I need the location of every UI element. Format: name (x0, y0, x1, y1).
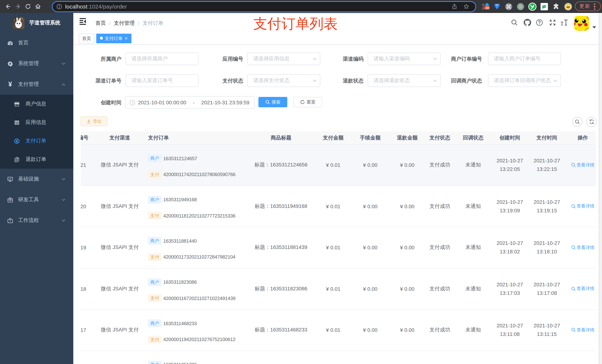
extension-devtools-icon[interactable]: 10 (481, 2, 489, 10)
briefcase-icon (7, 218, 13, 223)
sidebar-item-pay[interactable]: ¥ 支付管理 (0, 74, 73, 95)
filter-label: 渠道订单号 (73, 74, 121, 87)
font-size-icon[interactable] (560, 19, 568, 26)
view-detail-link[interactable]: 查看详情 (571, 327, 594, 333)
table-row[interactable]: 16 微信 JSAPI 支付 商户1635311251736 支付 查看详情 (81, 351, 596, 364)
browser-scrollbar-track[interactable] (599, 13, 602, 364)
browser-back-icon[interactable] (5, 3, 11, 10)
sidebar-item-app-info[interactable]: 应用信息 (0, 113, 73, 132)
merchant-tag: 商户 (148, 320, 161, 327)
search-icon (265, 100, 270, 104)
github-icon[interactable] (524, 19, 531, 26)
search-button[interactable]: 搜索 (258, 97, 287, 107)
chevron-down-icon (553, 80, 557, 82)
filter-channel-order-input[interactable]: 请输入渠道订单号 (126, 74, 198, 87)
merchant-tag: 商户 (148, 196, 161, 203)
table-row[interactable]: 21 微信 JSAPI 支付 商户1635312124657 支付4200001… (81, 145, 596, 186)
app-title: 芋道管理系统 (29, 20, 60, 26)
filter-merchant-order-input[interactable]: 请输入商户订单编号 (488, 52, 561, 65)
header-search-icon[interactable] (511, 20, 517, 26)
reset-button[interactable]: 重置 (294, 97, 322, 107)
extension-y-icon[interactable] (528, 2, 537, 10)
chevron-down-icon (62, 198, 65, 201)
filter-refund-status-select[interactable]: 请选择退款状态 (368, 74, 441, 87)
extension-badge: 10 (484, 6, 490, 10)
chevron-down-icon (62, 178, 65, 180)
download-icon (86, 119, 91, 124)
filter-app-select[interactable]: 请选择应用信息 (247, 52, 320, 65)
chevron-up-icon (62, 83, 65, 86)
refresh-icon (300, 100, 305, 104)
table-header-cell: 支付时间 (526, 131, 568, 144)
view-detail-link[interactable]: 查看详情 (571, 286, 594, 292)
navbar-right (73, 13, 602, 32)
extensions-puzzle-icon[interactable] (552, 3, 560, 10)
sidebar-item-label: 退款订单 (26, 156, 46, 163)
tab-pay-order[interactable]: 支付订单× (96, 34, 131, 43)
chevron-down-icon (62, 62, 65, 65)
sidebar-item-devtools[interactable]: 研发工具 (0, 189, 73, 210)
page-info-icon[interactable] (57, 4, 62, 9)
extension-recorder-icon[interactable] (517, 3, 524, 10)
pay-order-line: 支付4200001181202110277723215336 (148, 212, 236, 219)
filter-merchant-select[interactable]: 请选择所属商户 (126, 52, 198, 65)
magnifier-icon (571, 245, 576, 250)
table-header-cell: 支付金额 (313, 131, 353, 144)
filter-label: 退款状态 (315, 74, 364, 87)
tab-home[interactable]: 首页 (79, 34, 94, 43)
filter-pay-status-select[interactable]: 请选择支付状态 (247, 74, 320, 87)
pay-tag: 支付 (148, 253, 161, 260)
search-icon (575, 119, 580, 124)
sidebar-item-workflow[interactable]: 工作流程 (0, 210, 73, 231)
view-detail-link[interactable]: 查看详情 (571, 162, 594, 168)
fullscreen-icon[interactable] (549, 20, 556, 26)
browser-update-button[interactable]: 更新 (575, 1, 601, 11)
tab-close-icon[interactable]: × (125, 34, 128, 43)
table-header-cell: 回调状态 (452, 131, 494, 144)
date-end[interactable]: 2021-10-31 23:59:59 (201, 100, 249, 105)
magnifier-icon (571, 204, 576, 209)
filter-callback-status-select[interactable]: 请选择订单回调商户状态 (488, 74, 561, 87)
avatar[interactable] (574, 16, 589, 31)
table-row[interactable]: 20 微信 JSAPI 支付 商户1635311949168 支付4200001… (81, 186, 596, 227)
table-row[interactable]: 19 微信 JSAPI 支付 商户1635311881440 支付4200001… (81, 227, 596, 268)
sidebar-item-label: 支付订单 (26, 138, 46, 144)
extension-gem-icon[interactable] (494, 3, 501, 10)
url-bar[interactable]: localhost:1024/pay/order (52, 1, 476, 12)
filter-label: 应用编号 (195, 52, 243, 65)
screen: localhost:1024/pay/order 10 更新 芋道管理系统 首页 (0, 0, 602, 364)
browser-reload-icon[interactable] (25, 3, 31, 10)
sidebar-item-system[interactable]: 系统管理 (0, 53, 73, 74)
sidebar-item-refund-order[interactable]: 退款订单 (0, 150, 73, 169)
view-detail-link[interactable]: 查看详情 (571, 203, 594, 209)
bookmark-star-icon[interactable] (463, 4, 469, 9)
filter-channel-select[interactable]: 请输入渠道编码 (368, 52, 441, 65)
view-detail-link[interactable]: 查看详情 (571, 245, 594, 251)
refresh-table-button[interactable] (586, 117, 596, 127)
help-icon[interactable] (536, 19, 543, 26)
date-start[interactable]: 2021-10-01 00:00:00 (138, 100, 186, 105)
table-header-cell: 支付订单 (141, 131, 249, 144)
yen-circle-icon (14, 138, 20, 144)
export-button[interactable]: 导出 (81, 116, 107, 126)
sidebar-item-infra[interactable]: 基础设施 (0, 169, 73, 189)
table-row[interactable]: 18 微信 JSAPI 支付 商户1635311823086 支付4200001… (81, 268, 596, 310)
table-header-cell: 支付状态 (427, 131, 452, 144)
browser-forward-icon[interactable] (15, 3, 21, 10)
filter-date-range[interactable]: 2021-10-01 00:00:00 - 2021-10-31 23:59:5… (125, 96, 255, 109)
sidebar-item-label: 应用信息 (26, 119, 46, 126)
sidebar-item-pay-order[interactable]: 支付订单 (0, 132, 73, 150)
browser-home-icon[interactable] (35, 3, 41, 10)
share-icon[interactable] (452, 4, 457, 9)
browser-menu-icon[interactable] (594, 3, 595, 10)
table-header-cell: 操作 (568, 131, 596, 144)
sidebar-item-home[interactable]: 首页 (0, 32, 73, 53)
extension-chat-icon[interactable] (540, 3, 548, 10)
extension-command-icon[interactable] (505, 3, 512, 10)
toggle-search-button[interactable] (572, 117, 582, 127)
caret-down-icon[interactable] (592, 26, 596, 29)
extension-emoji-icon[interactable] (564, 3, 572, 10)
table-row[interactable]: 17 微信 JSAPI 支付 商户1635311468233 支付4200001… (81, 310, 596, 351)
logo[interactable]: 芋道管理系统 (0, 13, 73, 32)
sidebar-item-merchant-info[interactable]: 商户信息 (0, 95, 73, 113)
